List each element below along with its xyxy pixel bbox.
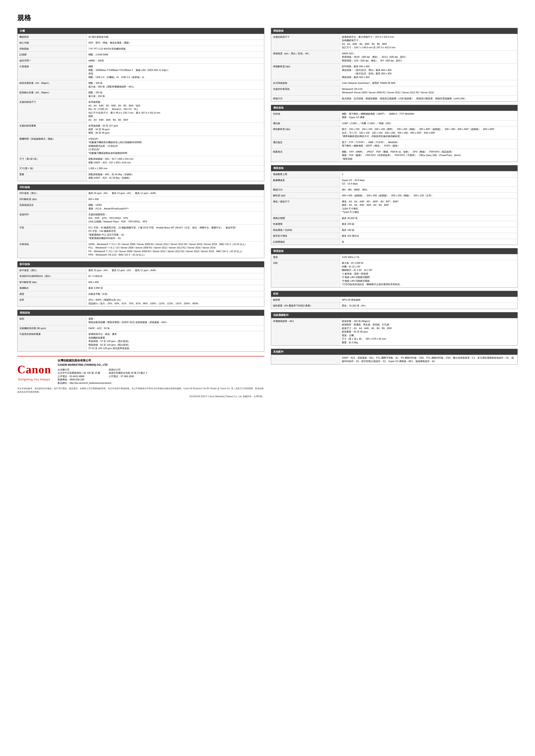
row-label: 記憶體備份	[271, 239, 340, 245]
row-label: 通訊錄	[271, 120, 340, 126]
row-value: 選購： 雙面自動送稿機（雙面至雙面）(DADF-AZ2) 或原稿蓋板（原稿蓋板－…	[86, 316, 264, 325]
row-label: 影印速度（黑白）	[18, 267, 87, 273]
table-row: 首張影印完成時間(A4)（黑白）約 7.4 秒以內	[18, 273, 264, 279]
table-row: 暖機時間（快速啟動模式：開啟）4 秒以內* *此數據乃機器初在機啟前並上執行按鍵…	[18, 136, 264, 156]
right-column: 掃描規格 支援的紙張尺寸玻璃原稿平台：最大掃描尺寸：297.0 x 432.0 …	[271, 28, 518, 368]
section-env-header: 環境規格	[271, 248, 518, 254]
table-row: 拉式掃描規格Color Network ScanGear2，適用於 TWAIN …	[271, 80, 518, 86]
branch-address: 高雄市苓雅區光光路 38 號 23 樓之 2	[109, 371, 147, 375]
branch-phone: 公司電話：07-966-3500	[109, 375, 147, 378]
row-label	[271, 355, 340, 364]
row-label: 記憶體	[18, 52, 87, 58]
table-row: 電源110V 60Hz 2.7A	[271, 254, 518, 260]
row-value: 7 吋 TFT LCD WVGA 彩色觸控面板	[86, 46, 264, 52]
row-label: 送稿機紙張容量 (80 gsm)	[18, 325, 87, 331]
table-row: 記憶體標配：2.0GB RAM	[18, 52, 264, 58]
section-fax-header: 傳真規格	[271, 165, 518, 171]
row-label: 字型	[18, 225, 87, 241]
consumables-table: 碳粉匣NPG-59 黑色碳粉碳粉產量（6% 覆蓋率下的預計產量）黑色：10,20…	[271, 297, 518, 309]
table-row: 直接列印支援的檔案類型： RUI：PDF、EPS、TIFF/JPEG、XPS U…	[18, 212, 264, 225]
section-main-unit: 主機 機器類型A3 黑白雷射多功能核心功能列印、影印、掃描、傳送及傳真（選購）控…	[17, 28, 265, 181]
row-label: 列印解析度 (dpi)	[18, 196, 87, 202]
left-column: 主機 機器類型A3 黑白雷射多功能核心功能列印、影印、掃描、傳送及傳真（選購）控…	[17, 28, 265, 398]
table-row: 循序多方傳送最多 256 個位址	[271, 233, 518, 239]
row-label: 首張影印完成時間(A4)（黑白）	[18, 273, 87, 279]
company-name-en: CANON MARKETING (TAIWAN) CO., LTD	[58, 363, 264, 367]
branch-label: 高雄分公司	[109, 368, 147, 371]
bundled-table: 單層擴展紙匣－AK1紙張容量：250 張 (80gsm) 紙張類型：普通紙、再生…	[271, 318, 518, 346]
row-value: DADF－AZ2：50 張	[86, 325, 264, 331]
row-value: 標配：UFRII 選購：PCL6、Adobe®PostScript®3™	[86, 202, 264, 212]
row-value: 支援的檔案類型： RUI：PDF、EPS、TIFF/JPEG、XPS USB 記…	[86, 212, 264, 225]
row-label: 作業系統	[18, 241, 87, 258]
version-text: 版權所有，台灣印製。	[243, 395, 265, 398]
section-fax-spec: 傳真規格 連線數量上限1數據機速度Super G3：33.6 kbps G3：1…	[271, 165, 518, 245]
row-label: 傳真記憶體	[271, 215, 340, 221]
row-value: 400 x 400（超精細）、200 x 400（超精細）、200 x 200（…	[340, 193, 518, 199]
section-other-accessories: 其他配件 DADF－AZ2、原稿蓋板－AA1、PCL 國際字型集－A1、PS 網…	[271, 349, 518, 364]
table-row: 單層擴展紙匣－AK1紙張容量：250 張 (80gsm) 紙張類型：普通紙、再生…	[271, 318, 518, 345]
section-other-header: 其他配件	[271, 349, 518, 355]
row-value: 最多 199 組	[340, 227, 518, 233]
table-row: 尺寸(寬 × 深)1,065 x 1,285 mm	[18, 166, 264, 172]
row-value: Windows® 7/8.1/10 Windows® Server 2008 /…	[340, 86, 518, 95]
row-label: 解析度 (dpi)	[271, 193, 340, 199]
row-label: 重量	[18, 171, 87, 181]
table-row: DADF－AZ2、原稿蓋板－AA1、PCL 國際字型集－A1、PS 網路列印版－…	[271, 355, 518, 364]
row-label: 傳送解析度 (dpi)	[271, 126, 340, 139]
scanner-right-table: 支援的紙張尺寸玻璃原稿平台：最大掃描尺寸：297.0 x 432.0 mm 送稿…	[271, 34, 518, 102]
row-value: 最多 9,999 份	[86, 285, 264, 291]
row-label: 數據機速度	[271, 177, 340, 187]
row-value: 玻璃原稿平台：最大掃描尺寸：297.0 x 432.0 mm 送稿機紙張尺寸： …	[340, 34, 518, 50]
row-label: 掃描方式	[271, 95, 340, 101]
row-value: PCL 字型：93 種羅馬字型、10 種點陣圖字型、2 種 OCR 字型、And…	[86, 225, 264, 241]
row-label: 拉式掃描規格	[271, 80, 340, 86]
hq-label: 台北總公司	[58, 368, 100, 371]
row-label: 壓縮方式	[271, 187, 340, 193]
row-value: 1,065 x 1,285 mm	[86, 166, 264, 172]
row-label: 支援的作業系統	[271, 86, 340, 95]
section-print-header: 列印規格	[17, 184, 264, 190]
table-row: 支援的紙張尺寸玻璃原稿平台：最大掃描尺寸：297.0 x 432.0 mm 送稿…	[271, 34, 518, 50]
section-consumables: 耗材 碳粉匣NPG-59 黑色碳粉碳粉產量（6% 覆蓋率下的預計產量）黑色：10…	[271, 291, 518, 309]
canon-logo: Canon Delighting You Always	[17, 362, 51, 381]
section-bundled: 供紙選購配件 單層擴展紙匣－AK1紙張容量：250 張 (80gsm) 紙張類型…	[271, 312, 518, 346]
row-value: A3 黑白雷射多功能	[86, 34, 264, 40]
canon-logo-text: Canon	[17, 362, 51, 378]
row-value: LDAP（2,000）／本機（1,600）／單鍵（200）	[340, 120, 518, 126]
row-value: 黑色：10,200 張（A4）	[340, 303, 518, 309]
table-row: 紙張輸出容量（A4，80gsm）標配：250 張 最大值：250 張	[18, 90, 264, 99]
fax-table: 連線數量上限1數據機速度Super G3：33.6 kbps G3：14.4 k…	[271, 171, 518, 245]
row-value: 推式掃描、拉式掃描、掃描至網路、掃描至記憶媒體（USB 隨身碟）、掃描至行動裝置…	[340, 95, 518, 101]
row-value: 搭配原稿蓋板－AA1：627 x 665 x 516 mm 搭配 DADF－AZ…	[86, 156, 264, 166]
row-label: 碳粉匣	[271, 297, 340, 303]
row-label: 檔案格式	[271, 149, 340, 162]
table-row: 連續輸出最多 9,999 份	[18, 285, 264, 291]
row-value: 標配：250 張 最大值：250 張	[86, 90, 264, 99]
row-value: DADF-AZ2： 單面掃描：35/25（300 dpi，傳送）、25/13（6…	[340, 50, 518, 64]
row-label: 快速撥號	[271, 221, 340, 227]
table-row: 字型PCL 字型：93 種羅馬字型、10 種點陣圖字型、2 種 OCR 字型、A…	[18, 225, 264, 241]
section-copy-spec: 影印規格 影印速度（黑白）最高 25 ppm（A4）、最高 12 ppm（A3）…	[17, 261, 265, 307]
table-row: 核心功能列印、影印、掃描、傳送及傳真（選購）	[18, 40, 264, 46]
section-copy-header: 影印規格	[17, 261, 264, 267]
row-label: 功耗	[271, 260, 340, 287]
page-title: 規格	[17, 13, 518, 23]
section-main-unit-header: 主機	[17, 28, 264, 34]
row-label: 影印解析度 (dpi)	[18, 279, 87, 285]
table-row: 列印解析度 (dpi)600 x 600	[18, 196, 264, 202]
row-label: 核心功能	[18, 40, 87, 46]
main-unit-table: 機器類型A3 黑白雷射多功能核心功能列印、影印、掃描、傳送及傳真（選購）控制面板…	[17, 34, 264, 181]
section-scanner-right: 掃描規格 支援的紙張尺寸玻璃原稿平台：最大掃描尺寸：297.0 x 432.0 …	[271, 28, 518, 102]
row-label: 碳粉產量（6% 覆蓋率下的預計產量）	[271, 303, 340, 309]
table-row: 傳送解析度 (dpi)推式：100 x 100、150 x 150、200 x …	[271, 126, 518, 139]
row-label: 直接列印	[18, 212, 87, 225]
table-row: 記憶體備份有	[271, 239, 518, 245]
row-value: 最大值：約 1,500 W 待機：約 22.1 W¹ 睡眠模式：約 1 W²、約…	[340, 260, 518, 287]
row-value: 影印掃描：最高 600 x 600 傳送掃描：（推式/拉式、黑白）最高 600 …	[340, 64, 518, 80]
row-value: DADF－AZ2、原稿蓋板－AA1、PCL 國際字型集－A1、PS 網路列印版－…	[340, 355, 518, 364]
table-row: 尺寸（寬×深×高）搭配原稿蓋板－AA1：627 x 665 x 516 mm 搭…	[18, 156, 264, 166]
row-label: 控制面板	[18, 46, 87, 52]
row-label: 電源	[271, 254, 340, 260]
row-label: 目的地	[271, 111, 340, 120]
